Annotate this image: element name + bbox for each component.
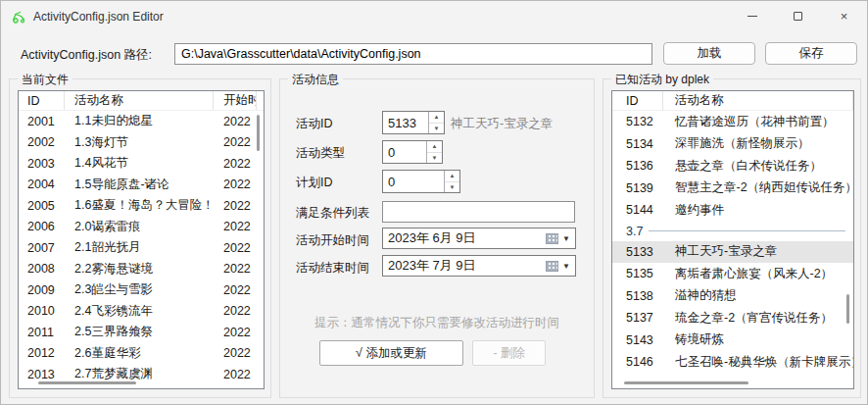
hint-text: 提示：通常情况下你只需要修改活动进行时间 — [280, 315, 594, 331]
spin-down-icon[interactable]: ▼ — [445, 182, 459, 193]
table-row[interactable]: 2010 2.4飞彩镌流年 2022 — [19, 301, 264, 323]
table-row[interactable]: 2011 2.5三界路飨祭 2022 — [19, 322, 264, 343]
table-row[interactable]: 2002 1.3海灯节 2022 — [19, 132, 264, 154]
activity-id-spinner[interactable]: 5133 ▲ ▼ — [382, 111, 445, 134]
table-row[interactable]: 2008 2.2雾海悬谜境 2022 — [19, 259, 264, 280]
current-file-group-title: 当前文件 — [18, 72, 72, 88]
table-row[interactable]: 5144 邀约事件 — [612, 199, 853, 222]
spin-up-icon[interactable]: ▲ — [445, 171, 459, 182]
dropdown-arrow-icon[interactable]: ▼ — [562, 234, 570, 243]
activity-type-spinner[interactable]: 0 ▲ ▼ — [382, 140, 443, 164]
title-bar: ActivityConfig.json Editor × — [1, 1, 867, 32]
end-time-datepicker[interactable]: 2023年 7月 9日 ▼ — [382, 255, 576, 277]
horizontal-scrollbar[interactable] — [38, 381, 136, 384]
row-id: 2003 — [19, 157, 65, 171]
table-row[interactable]: 2003 1.4风花节 2022 — [19, 153, 264, 175]
row-name: 离垢者肃心旅宴（风来人-2） — [663, 266, 853, 282]
row-name: 邀约事件 — [663, 202, 853, 219]
spin-down-icon[interactable]: ▼ — [429, 124, 444, 134]
row-id: 2007 — [19, 241, 65, 255]
close-icon: × — [841, 9, 848, 24]
row-start: 2022 — [214, 262, 257, 276]
known-activities-group: 已知活动 by dplek ID 活动名称 5132 忆昔诸途巡历（花神书前置）… — [603, 78, 861, 398]
row-id: 2011 — [19, 326, 65, 339]
table-row[interactable]: 2005 1.6盛夏！海岛？大冒险！ 2022 — [19, 195, 264, 217]
row-name: 2.1韶光抚月 — [65, 239, 214, 256]
table-row[interactable]: 5139 智慧主之章-2（纳西妲传说任务） — [612, 177, 853, 200]
spin-up-icon[interactable]: ▲ — [427, 141, 442, 153]
activity-id-value: 5133 — [383, 112, 428, 133]
row-name: 1.4风花节 — [65, 155, 214, 172]
row-id: 5138 — [612, 289, 663, 303]
row-name: 琉金之章-2（宵宫传说任务） — [663, 310, 853, 327]
table-row[interactable]: 5133 神工天巧-宝录之章 — [612, 241, 853, 264]
plan-id-spinner[interactable]: 0 ▲ ▼ — [382, 170, 460, 193]
table-row[interactable]: 5132 忆昔诸途巡历（花神书前置） — [612, 111, 853, 133]
table-row[interactable]: 2006 2.0谒索雷痕 2022 — [19, 217, 264, 238]
row-name: 深罪施洗（新怪物展示） — [663, 135, 853, 152]
calendar-icon — [546, 261, 558, 272]
row-name: 1.6盛夏！海岛？大冒险！ — [65, 197, 214, 214]
row-id: 5135 — [612, 267, 663, 280]
condition-list-input[interactable] — [382, 201, 575, 223]
table-row[interactable]: 5137 琉金之章-2（宵宫传说任务） — [612, 307, 853, 329]
row-id: 2012 — [19, 346, 65, 360]
add-or-update-button[interactable]: √ 添加或更新 — [319, 340, 463, 366]
save-button[interactable]: 保存 — [765, 42, 857, 65]
table-row[interactable]: 2007 2.1韶光抚月 2022 — [19, 237, 264, 259]
known-activities-table-header: ID 活动名称 — [612, 91, 853, 111]
row-id: 5136 — [612, 159, 663, 173]
row-start: 2022 — [214, 346, 257, 360]
row-id: 2008 — [19, 262, 65, 276]
end-time-value: 2023年 7月 9日 — [383, 257, 546, 275]
row-id: 5133 — [612, 245, 663, 259]
column-header-id[interactable]: ID — [612, 91, 663, 110]
spin-up-icon[interactable]: ▲ — [429, 112, 444, 124]
table-row[interactable]: 2012 2.6堇庭华彩 2022 — [19, 343, 264, 365]
row-id: 5144 — [612, 203, 663, 217]
column-header-start[interactable]: 开始时间 — [214, 91, 257, 110]
maximize-button[interactable] — [775, 1, 821, 31]
column-header-name[interactable]: 活动名称 — [663, 91, 853, 110]
current-file-group: 当前文件 ID 活动名称 开始时间 2001 1.1未归的熄星 2022 200… — [9, 78, 271, 398]
row-name: 2.3皑尘与雪影 — [65, 281, 214, 298]
table-row[interactable]: 5134 深罪施洗（新怪物展示） — [612, 133, 853, 156]
minimize-button[interactable] — [729, 1, 775, 31]
row-start: 2022 — [214, 283, 257, 297]
condition-list-label: 满足条件列表 — [296, 205, 369, 222]
row-start: 2022 — [214, 241, 257, 255]
row-name: 1.1未归的熄星 — [65, 113, 214, 129]
row-id: 2010 — [19, 304, 65, 318]
path-input[interactable] — [174, 43, 652, 65]
column-header-name[interactable]: 活动名称 — [65, 91, 214, 110]
row-start: 2022 — [214, 220, 257, 233]
version-separator-label: 3.7 — [626, 225, 643, 238]
close-button[interactable]: × — [821, 1, 867, 31]
load-button[interactable]: 加载 — [663, 42, 755, 65]
row-name: 2.6堇庭华彩 — [65, 345, 214, 362]
row-id: 2005 — [19, 199, 65, 213]
activity-type-value: 0 — [383, 141, 426, 163]
known-activities-table: ID 活动名称 5132 忆昔诸途巡历（花神书前置） 5134 深罪施洗（新怪物… — [611, 90, 854, 389]
spin-down-icon[interactable]: ▼ — [427, 153, 442, 164]
vertical-scrollbar[interactable] — [257, 115, 260, 151]
table-row[interactable]: 2004 1.5导能原盘-诸论 2022 — [19, 175, 264, 196]
table-row[interactable]: 5138 溢神的猜想 — [612, 285, 853, 308]
app-window: ActivityConfig.json Editor × ActivityCon… — [0, 0, 868, 405]
vertical-scrollbar[interactable] — [846, 294, 849, 324]
row-id: 5143 — [612, 333, 663, 347]
table-row[interactable]: 5143 铸境研炼 — [612, 329, 853, 352]
table-row[interactable]: 5136 悬壶之章（白术传说任务） — [612, 155, 853, 177]
table-row[interactable]: 5135 离垢者肃心旅宴（风来人-2） — [612, 263, 853, 285]
column-header-id[interactable]: ID — [19, 91, 65, 110]
row-name: 1.3海灯节 — [65, 134, 214, 151]
table-row[interactable]: 2001 1.1未归的熄星 2022 — [19, 111, 264, 132]
table-row[interactable]: 3.7 — [612, 222, 853, 241]
start-time-datepicker[interactable]: 2023年 6月 9日 ▼ — [382, 228, 576, 249]
dropdown-arrow-icon[interactable]: ▼ — [562, 262, 570, 271]
row-name: 1.5导能原盘-诸论 — [65, 177, 214, 193]
horizontal-scrollbar[interactable] — [624, 381, 748, 384]
table-row[interactable]: 2009 2.3皑尘与雪影 2022 — [19, 279, 264, 301]
table-row[interactable]: 5146 七圣召唤-秘典华焕（新卡牌展示） — [612, 351, 853, 374]
row-start: 2022 — [214, 135, 257, 149]
